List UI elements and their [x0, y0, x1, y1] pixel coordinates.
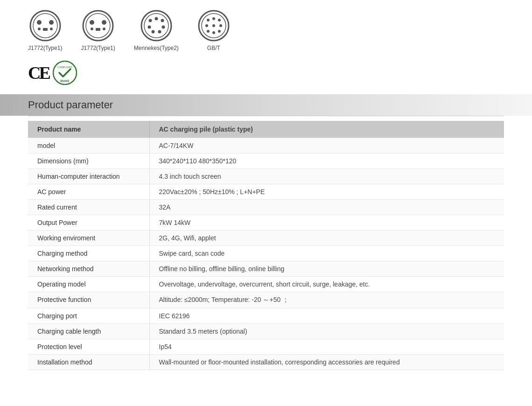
param-label: Charging cable length: [28, 324, 149, 339]
param-value: 4.3 inch touch screen: [149, 169, 504, 184]
connector-icon-mennekes: [140, 9, 173, 42]
param-value: Overvoltage, undervoltage, overcurrent, …: [149, 277, 504, 292]
table-row: Output Power7kW 14kW: [28, 215, 504, 231]
param-label: AC power: [28, 184, 149, 200]
param-value: Offline no billing, offline billing, onl…: [149, 261, 504, 277]
top-section: J1772(Type1) J1772(Type1): [0, 0, 532, 90]
connector-gbt: GB/T: [197, 9, 230, 51]
param-label: Human-computer interaction: [28, 169, 149, 184]
param-value: Altitude: ≤2000m; Temperature: -20 ～+50 …: [149, 292, 504, 308]
svg-point-29: [212, 24, 215, 27]
table-row: Protective functionAltitude: ≤2000m; Tem…: [28, 292, 504, 308]
param-label: Charging method: [28, 246, 149, 261]
svg-point-19: [147, 26, 151, 29]
connector-j1772-type1-b: J1772(Type1): [81, 9, 115, 51]
param-value: Swipe card, scan code: [149, 246, 504, 261]
param-label: Rated current: [28, 200, 149, 215]
svg-point-32: [212, 31, 215, 34]
svg-point-25: [207, 19, 210, 21]
table-header-row: Product name AC charging pile (plastic t…: [28, 121, 504, 138]
svg-point-4: [38, 28, 41, 30]
svg-text:COMPLIANT: COMPLIANT: [57, 66, 73, 69]
param-label: Operating model: [28, 277, 149, 292]
svg-point-1: [33, 14, 57, 38]
svg-point-17: [154, 17, 158, 21]
param-label: model: [28, 138, 149, 154]
param-value: 220Vac±20% ; 50Hz±10% ; L+N+PE: [149, 184, 504, 200]
svg-point-11: [91, 28, 93, 30]
connector-icon-j1772b: [82, 9, 114, 42]
table-row: Rated current32A: [28, 200, 504, 215]
cert-row: CE RoHS COMPLIANT: [28, 61, 504, 85]
params-table: Product name AC charging pile (plastic t…: [28, 121, 504, 370]
svg-point-10: [102, 20, 106, 25]
connector-label-mennekes: Mennekes(Type2): [134, 45, 179, 51]
svg-point-9: [90, 20, 94, 25]
svg-point-5: [50, 28, 53, 30]
svg-point-28: [205, 24, 208, 27]
svg-point-18: [161, 19, 164, 22]
param-label: Charging port: [28, 308, 149, 324]
rohs-badge: RoHS COMPLIANT: [53, 61, 77, 85]
svg-point-33: [218, 30, 221, 33]
svg-rect-13: [96, 28, 100, 31]
param-value: 32A: [149, 200, 504, 215]
connector-icon-j1772a: [29, 9, 62, 42]
table-row: Human-computer interaction4.3 inch touch…: [28, 169, 504, 184]
param-label: Protective function: [28, 292, 149, 308]
divider: [28, 116, 504, 116]
svg-point-30: [219, 24, 222, 27]
svg-point-14: [141, 11, 171, 41]
table-row: Charging portIEC 62196: [28, 308, 504, 324]
table-row: Charging methodSwipe card, scan code: [28, 246, 504, 261]
table-row: Dimensions (mm)340*240*110 480*350*120: [28, 154, 504, 169]
param-label: Protection level: [28, 339, 149, 355]
svg-point-31: [207, 30, 210, 33]
table-row: Working enviroment2G, 4G, Wifi, applet: [28, 231, 504, 246]
param-value: 7kW 14kW: [149, 215, 504, 231]
table-row: Operating modelOvervoltage, undervoltage…: [28, 277, 504, 292]
param-label: Installation method: [28, 355, 149, 370]
svg-point-27: [218, 19, 221, 21]
svg-point-26: [212, 17, 215, 20]
connector-mennekes-type2: Mennekes(Type2): [134, 9, 179, 51]
connector-label-j1772b: J1772(Type1): [81, 45, 115, 51]
table-row: modelAC-7/14KW: [28, 138, 504, 154]
table-row: Networking methodOffline no billing, off…: [28, 261, 504, 277]
svg-rect-6: [43, 28, 48, 31]
svg-point-3: [49, 20, 54, 25]
svg-point-20: [161, 26, 165, 29]
svg-point-7: [83, 11, 113, 41]
param-label: Dimensions (mm): [28, 154, 149, 169]
table-row: Installation methodWall-mounted or floor…: [28, 355, 504, 370]
param-label: Output Power: [28, 215, 149, 231]
header-col2: AC charging pile (plastic type): [149, 121, 504, 138]
param-label: Networking method: [28, 261, 149, 277]
table-row: Charging cable lengthStandard 3.5 meters…: [28, 324, 504, 339]
svg-point-2: [37, 20, 42, 25]
param-value: 2G, 4G, Wifi, applet: [149, 231, 504, 246]
svg-point-8: [86, 14, 110, 38]
param-value: AC-7/14KW: [149, 138, 504, 154]
table-row: AC power220Vac±20% ; 50Hz±10% ; L+N+PE: [28, 184, 504, 200]
connector-label-gbt: GB/T: [207, 45, 220, 51]
svg-point-22: [158, 30, 161, 34]
connector-icon-gbt: [197, 9, 230, 42]
svg-point-16: [148, 19, 152, 22]
param-value: Ip54: [149, 339, 504, 355]
ce-logo: CE: [28, 63, 49, 83]
table-row: Protection levelIp54: [28, 339, 504, 355]
param-label: Working enviroment: [28, 231, 149, 246]
section-title: Product parameter: [28, 99, 504, 111]
svg-point-12: [103, 28, 105, 30]
connector-j1772-type1-a: J1772(Type1): [28, 9, 62, 51]
svg-point-21: [151, 30, 154, 34]
param-value: IEC 62196: [149, 308, 504, 324]
param-value: Standard 3.5 meters (optional): [149, 324, 504, 339]
svg-text:RoHS: RoHS: [60, 79, 69, 83]
param-value: Wall-mounted or floor-mounted installati…: [149, 355, 504, 370]
svg-point-0: [30, 11, 60, 41]
param-value: 340*240*110 480*350*120: [149, 154, 504, 169]
header-col1: Product name: [28, 121, 149, 138]
connector-label-j1772a: J1772(Type1): [28, 45, 62, 51]
